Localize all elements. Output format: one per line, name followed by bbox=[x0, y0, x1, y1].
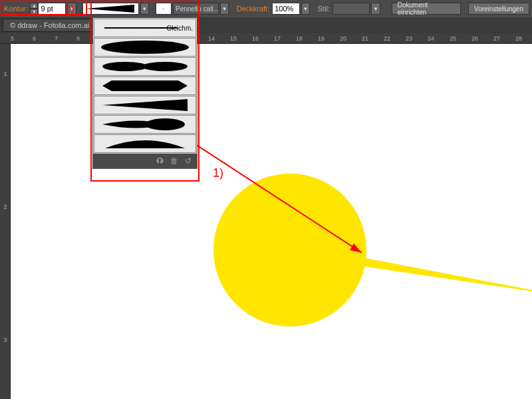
svg-point-4 bbox=[101, 41, 189, 54]
svg-point-5 bbox=[102, 62, 148, 71]
ruler-h-tick: 7 bbox=[55, 35, 58, 42]
artwork-svg bbox=[11, 44, 532, 399]
panel-footer: ⮉ 🗑 ↺ bbox=[93, 154, 197, 168]
ruler-h-tick: 6 bbox=[33, 35, 36, 42]
save-profile-icon[interactable]: ⮉ bbox=[156, 156, 164, 166]
style-dropdown[interactable] bbox=[332, 3, 370, 15]
ruler-h-tick: 26 bbox=[471, 35, 478, 42]
horizontal-ruler: 5678910111213141516171819202122232425262… bbox=[0, 33, 532, 44]
document-tab-bar: © ddraw - Fotolia.com.ai × bbox=[0, 17, 532, 33]
stil-label: Stil: bbox=[317, 5, 331, 13]
width-profile-list: Gleichm. bbox=[93, 19, 197, 153]
ruler-h-tick: 23 bbox=[406, 35, 412, 42]
style-dropdown-icon[interactable]: ▼ bbox=[371, 3, 380, 15]
ruler-h-tick: 22 bbox=[384, 35, 390, 42]
stroke-weight-field[interactable]: 9 pt bbox=[38, 3, 66, 15]
ruler-h-tick: 19 bbox=[318, 35, 325, 42]
opacity-dropdown-icon[interactable]: ▼ bbox=[301, 3, 310, 15]
half-dome-icon bbox=[98, 136, 192, 151]
ruler-h-tick: 16 bbox=[252, 35, 259, 42]
annotation-label-2: 2) bbox=[65, 3, 74, 14]
svg-point-6 bbox=[142, 62, 188, 71]
kontur-label: Kontur: bbox=[3, 5, 29, 13]
ruler-h-tick: 8 bbox=[76, 35, 80, 42]
profile-teardrop[interactable] bbox=[94, 115, 196, 134]
document-setup-button[interactable]: Dokument einrichten bbox=[392, 3, 461, 15]
profile-double-bulge[interactable] bbox=[94, 57, 196, 76]
brush-preset-label: Pennello call... bbox=[176, 5, 219, 13]
ruler-h-tick: 20 bbox=[340, 35, 346, 42]
bulge-icon bbox=[98, 39, 192, 55]
sun-circle bbox=[213, 174, 366, 327]
stroke-weight-stepper[interactable]: ▲ ▼ 9 pt bbox=[30, 3, 66, 15]
ruler-h-tick: 18 bbox=[296, 35, 303, 42]
wedge-profile-icon bbox=[84, 4, 137, 13]
annotation-label-1: 1) bbox=[213, 166, 223, 180]
wedge-right-icon bbox=[98, 98, 192, 112]
ruler-h-tick: 24 bbox=[428, 35, 434, 42]
teardrop-icon bbox=[98, 117, 192, 132]
profile-bulge[interactable] bbox=[94, 38, 196, 57]
diamond-icon bbox=[98, 78, 192, 93]
ruler-v-tick: 3 bbox=[1, 336, 9, 343]
ruler-h-tick: 17 bbox=[274, 35, 281, 42]
ruler-h-tick: 27 bbox=[493, 35, 500, 42]
brush-thumbnail[interactable]: · bbox=[156, 3, 172, 15]
profile-uniform[interactable]: Gleichm. bbox=[94, 19, 196, 37]
brush-dropdown-icon[interactable]: ▼ bbox=[220, 3, 229, 15]
brush-preset-dropdown[interactable]: Pennello call... bbox=[173, 3, 219, 15]
delete-profile-icon[interactable]: 🗑 bbox=[170, 156, 178, 166]
svg-marker-7 bbox=[102, 80, 188, 91]
ruler-h-tick: 21 bbox=[362, 35, 368, 42]
ruler-v-tick: 1 bbox=[1, 70, 9, 77]
ruler-h-tick: 14 bbox=[208, 35, 215, 42]
profile-dropdown-icon[interactable]: ▼ bbox=[140, 3, 149, 15]
ruler-h-tick: 28 bbox=[515, 35, 522, 42]
stroke-down-icon[interactable]: ▼ bbox=[30, 9, 38, 15]
stroke-up-icon[interactable]: ▲ bbox=[30, 3, 38, 9]
deckkraft-label: Deckkraft: bbox=[235, 5, 271, 13]
svg-point-9 bbox=[145, 118, 185, 130]
preferences-button[interactable]: Voreinstellungen bbox=[468, 3, 529, 15]
document-tab-title: © ddraw - Fotolia.com.ai bbox=[10, 21, 89, 29]
double-bulge-icon bbox=[98, 59, 192, 74]
profile-half-dome[interactable] bbox=[94, 134, 196, 153]
artboard[interactable] bbox=[11, 44, 532, 399]
document-tab[interactable]: © ddraw - Fotolia.com.ai bbox=[3, 19, 96, 32]
profile-diamond[interactable] bbox=[94, 76, 196, 95]
width-profile-panel: Gleichm. ⮉ 🗑 ↺ bbox=[92, 17, 198, 169]
profile-wedge-right[interactable] bbox=[94, 96, 196, 114]
ruler-h-tick: 25 bbox=[450, 35, 456, 42]
options-bar: Kontur: ▲ ▼ 9 pt ▼ ▼ · Pennello call... … bbox=[0, 0, 532, 17]
opacity-field[interactable]: 100% bbox=[272, 3, 300, 15]
variable-width-profile-button[interactable] bbox=[82, 3, 138, 15]
vertical-ruler: 123 bbox=[0, 44, 11, 399]
svg-marker-8 bbox=[102, 99, 188, 111]
svg-marker-0 bbox=[85, 5, 134, 13]
ruler-h-tick: 5 bbox=[11, 35, 14, 42]
ruler-v-tick: 2 bbox=[1, 203, 9, 210]
ruler-h-tick: 15 bbox=[230, 35, 237, 42]
profile-uniform-label: Gleichm. bbox=[167, 25, 193, 32]
reset-profiles-icon[interactable]: ↺ bbox=[185, 156, 192, 166]
